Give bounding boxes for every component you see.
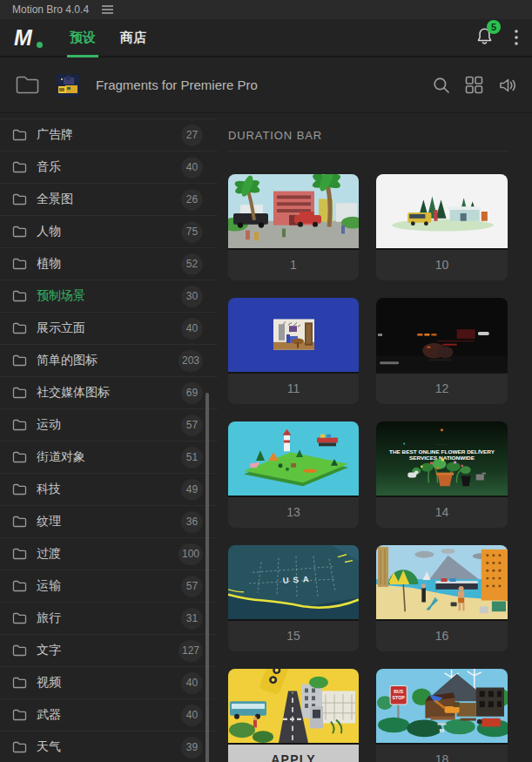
sidebar-item[interactable]: 旅行31 [0, 602, 218, 634]
notifications-button[interactable]: 5 [475, 26, 494, 49]
sidebar-item[interactable]: 街道对象51 [0, 441, 218, 473]
sidebar-item[interactable]: 植物52 [0, 247, 218, 280]
folder-icon [12, 516, 27, 528]
preset-number-label: 12 [376, 374, 508, 402]
sidebar-item-label: 植物 [37, 256, 172, 272]
category-sidebar: 广告牌27音乐40全景图26人物75植物52预制场景30展示立面40简单的图标2… [0, 113, 218, 762]
sidebar-item-label: 社交媒体图标 [37, 385, 172, 401]
preset-card[interactable]: 10 [376, 174, 508, 280]
app-logo: M [14, 19, 54, 56]
sidebar-item-count-badge: 51 [181, 447, 203, 469]
tab-store[interactable]: 商店 [120, 19, 146, 56]
sidebar-item[interactable]: 人物75 [0, 215, 218, 247]
preset-number-label: 1 [228, 250, 359, 279]
preset-card[interactable]: 11 [228, 298, 359, 404]
kebab-icon [515, 30, 518, 45]
sidebar-item[interactable]: 展示立面40 [0, 312, 218, 344]
sidebar-item[interactable]: 简单的图标203 [0, 344, 218, 376]
search-button[interactable] [433, 77, 450, 94]
folder-icon [12, 709, 27, 721]
motion-bro-window: Motion Bro 4.0.4 M 预设商店 5 [0, 0, 532, 762]
section-divider [228, 151, 508, 152]
sidebar-item-count-badge: 57 [181, 415, 203, 436]
sidebar-item-label: 文字 [37, 643, 169, 658]
preset-card[interactable]: 1 [228, 174, 359, 280]
sidebar-item-label: 街道对象 [37, 449, 172, 465]
sidebar-item[interactable]: 过渡100 [0, 537, 218, 570]
sidebar-item[interactable]: 广告牌27 [0, 118, 218, 151]
preset-grid: 110111213· · · · · · ·THE BEST ONLINE FL… [228, 174, 532, 762]
folder-icon [12, 741, 27, 753]
preset-card[interactable]: BUSSTOP▮▮18 [376, 669, 508, 762]
sidebar-item[interactable]: 科技49 [0, 473, 218, 505]
folder-icon [12, 290, 27, 302]
sidebar-item-label: 旅行 [37, 610, 172, 626]
folder-icon [12, 387, 27, 399]
preset-thumbnail: USA [228, 545, 359, 621]
sidebar-item[interactable]: 文字127 [0, 634, 218, 666]
folder-icon [12, 193, 27, 206]
sidebar-item[interactable]: 社交媒体图标69 [0, 376, 218, 408]
sidebar-scrollbar[interactable] [205, 393, 209, 762]
sidebar-item[interactable]: 视频40 [0, 666, 218, 698]
root-folder-button[interactable] [15, 75, 40, 95]
sidebar-item-count-badge: 26 [181, 189, 203, 211]
sidebar-item[interactable]: 预制场景30 [0, 280, 218, 312]
apply-button[interactable]: APPLY [228, 745, 359, 762]
sidebar-item-label: 过渡 [37, 546, 169, 562]
tab-presets[interactable]: 预设 [70, 19, 96, 56]
notification-badge: 5 [487, 20, 501, 34]
folder-icon [12, 483, 27, 496]
sidebar-item-label: 运输 [37, 578, 172, 594]
sidebar-item[interactable]: 全景图26 [0, 183, 218, 215]
folder-icon [12, 677, 27, 689]
svg-text:STOP: STOP [393, 695, 406, 700]
grid-view-button[interactable] [465, 76, 483, 94]
folder-icon [12, 226, 27, 238]
search-icon [433, 77, 450, 94]
preset-thumbnail [376, 298, 508, 374]
preset-number-label: 15 [228, 621, 359, 650]
sidebar-item-count-badge: 39 [181, 737, 203, 759]
preset-card[interactable]: · · · · · · ·THE BEST ONLINE FLOWER DELI… [376, 421, 508, 528]
folder-icon [12, 161, 27, 173]
folder-icon [12, 451, 27, 463]
svg-text:BUS: BUS [394, 689, 404, 694]
folder-icon [12, 322, 27, 334]
sidebar-item-label: 简单的图标 [37, 353, 169, 368]
presets-panel: DURATION BAR 110111213· · · · · · ·THE B… [218, 113, 532, 762]
section-title: DURATION BAR [228, 129, 532, 142]
preset-number-label: 10 [376, 250, 508, 279]
pack-thumbnail [57, 74, 79, 97]
breadcrumb: Fragments for Premiere Pro [0, 57, 532, 113]
kebab-menu-button[interactable] [515, 30, 518, 45]
sidebar-item-label: 展示立面 [37, 320, 172, 336]
sidebar-item-count-badge: 40 [181, 318, 203, 340]
sidebar-item-count-badge: 52 [181, 253, 203, 275]
preset-number-label: 13 [228, 497, 359, 526]
preset-card[interactable]: 13 [228, 421, 359, 528]
sidebar-item[interactable]: 天气39 [0, 731, 218, 762]
sidebar-item[interactable]: 纹理36 [0, 505, 218, 537]
preset-thumbnail [376, 545, 508, 621]
sidebar-item[interactable]: 音乐40 [0, 151, 218, 183]
preset-card-hovered[interactable]: APPLY [228, 669, 359, 762]
preset-card[interactable]: 12 [376, 298, 508, 404]
preset-card[interactable]: USA15 [228, 545, 359, 651]
folder-icon [15, 75, 40, 95]
folder-icon [12, 354, 27, 367]
sidebar-item[interactable]: 运输57 [0, 570, 218, 602]
sidebar-item-count-badge: 203 [178, 350, 203, 372]
svg-text:· · · · · · ·: · · · · · · · [436, 443, 448, 447]
sidebar-item-count-badge: 40 [181, 672, 203, 694]
pack-title: Fragments for Premiere Pro [96, 78, 258, 92]
sidebar-item-label: 科技 [37, 482, 172, 497]
hamburger-menu-icon[interactable] [102, 5, 113, 14]
sidebar-item[interactable]: 运动57 [0, 408, 218, 441]
sound-toggle-button[interactable] [498, 77, 517, 94]
sidebar-item[interactable]: 武器40 [0, 698, 218, 731]
preset-card[interactable]: 16 [376, 545, 508, 651]
folder-icon [12, 612, 27, 624]
sidebar-item-label: 音乐 [37, 159, 172, 175]
sidebar-item-count-badge: 36 [181, 511, 203, 533]
